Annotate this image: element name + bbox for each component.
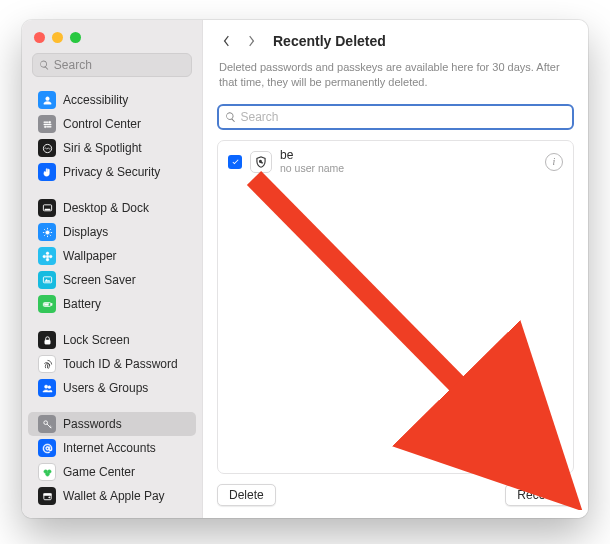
sidebar-item-siri-spotlight[interactable]: Siri & Spotlight (28, 136, 196, 160)
dock-icon (38, 199, 56, 217)
siri-icon (38, 139, 56, 157)
sidebar-item-label: Accessibility (63, 93, 128, 107)
sidebar-item-displays[interactable]: Displays (28, 220, 196, 244)
sidebar-item-desktop-dock[interactable]: Desktop & Dock (28, 196, 196, 220)
row-text: be no user name (280, 149, 537, 175)
svg-point-7 (46, 251, 49, 254)
sidebar-item-screen-saver[interactable]: Screen Saver (28, 268, 196, 292)
sidebar-item-label: Game Center (63, 465, 135, 479)
info-button[interactable]: i (545, 153, 563, 171)
sidebar-item-users-groups[interactable]: Users & Groups (28, 376, 196, 400)
checkmark-icon (231, 157, 240, 166)
sidebar-item-accessibility[interactable]: Accessibility (28, 88, 196, 112)
chevron-left-icon (221, 35, 231, 47)
svg-point-17 (47, 385, 50, 388)
close-window-button[interactable] (34, 32, 45, 43)
sidebar-item-label: Users & Groups (63, 381, 148, 395)
recover-button[interactable]: Recover (505, 484, 574, 506)
minimize-window-button[interactable] (52, 32, 63, 43)
wallet-icon (38, 487, 56, 505)
sidebar-item-label: Siri & Spotlight (63, 141, 142, 155)
delete-button[interactable]: Delete (217, 484, 276, 506)
password-row[interactable]: be no user name i (218, 141, 573, 183)
row-title: be (280, 149, 537, 163)
lock-icon (38, 331, 56, 349)
sidebar-item-passwords[interactable]: Passwords (28, 412, 196, 436)
fingerprint-icon (38, 355, 56, 373)
svg-point-9 (42, 255, 45, 258)
main-footer: Delete Recover (203, 474, 588, 518)
page-description: Deleted passwords and passkeys are avail… (203, 58, 588, 100)
svg-rect-4 (44, 208, 50, 209)
svg-rect-14 (44, 303, 48, 305)
flower-icon (38, 247, 56, 265)
svg-point-18 (43, 420, 47, 424)
gamecenter-icon (38, 463, 56, 481)
svg-point-1 (44, 125, 46, 127)
sidebar-item-wallet-apple-pay[interactable]: Wallet & Apple Pay (28, 484, 196, 508)
row-subtitle: no user name (280, 162, 537, 174)
back-button[interactable] (215, 30, 237, 52)
sidebar-item-label: Touch ID & Password (63, 357, 178, 371)
sidebar-item-label: Displays (63, 225, 108, 239)
content-search[interactable] (217, 104, 574, 130)
forward-button[interactable] (241, 30, 263, 52)
sidebar-item-internet-accounts[interactable]: Internet Accounts (28, 436, 196, 460)
svg-point-24 (48, 496, 49, 497)
svg-point-21 (45, 472, 49, 476)
settings-window: AccessibilityControl CenterSiri & Spotli… (22, 20, 588, 518)
sidebar-item-label: Battery (63, 297, 101, 311)
svg-rect-11 (43, 276, 51, 282)
sliders-icon (38, 115, 56, 133)
sidebar-item-label: Internet Accounts (63, 441, 156, 455)
sidebar-item-touch-id-password[interactable]: Touch ID & Password (28, 352, 196, 376)
svg-point-0 (48, 121, 50, 123)
sidebar-item-privacy-security[interactable]: Privacy & Security (28, 160, 196, 184)
hand-icon (38, 163, 56, 181)
svg-point-16 (44, 385, 47, 388)
sidebar-item-label: Privacy & Security (63, 165, 160, 179)
main-body: be no user name i (203, 100, 588, 474)
at-icon (38, 439, 56, 457)
sidebar-item-label: Wallpaper (63, 249, 117, 263)
svg-point-10 (49, 255, 52, 258)
svg-rect-13 (51, 303, 52, 305)
sidebar-item-lock-screen[interactable]: Lock Screen (28, 328, 196, 352)
svg-point-5 (45, 230, 49, 234)
row-checkbox[interactable] (228, 155, 242, 169)
page-title: Recently Deleted (273, 33, 386, 49)
sidebar-item-label: Wallet & Apple Pay (63, 489, 165, 503)
main-header: Recently Deleted (203, 20, 588, 58)
sidebar-item-label: Desktop & Dock (63, 201, 149, 215)
svg-rect-15 (44, 340, 50, 344)
svg-point-6 (46, 255, 49, 258)
sidebar-item-wallpaper[interactable]: Wallpaper (28, 244, 196, 268)
key-icon (38, 415, 56, 433)
chevron-right-icon (247, 35, 257, 47)
sidebar-search[interactable] (32, 53, 192, 77)
shield-key-icon (254, 155, 268, 169)
battery-icon (38, 295, 56, 313)
svg-point-8 (46, 258, 49, 261)
users-icon (38, 379, 56, 397)
search-icon (225, 111, 236, 123)
sidebar-item-battery[interactable]: Battery (28, 292, 196, 316)
zoom-window-button[interactable] (70, 32, 81, 43)
screensaver-icon (38, 271, 56, 289)
sidebar-item-control-center[interactable]: Control Center (28, 112, 196, 136)
person-icon (38, 91, 56, 109)
sidebar-item-label: Screen Saver (63, 273, 136, 287)
search-icon (39, 59, 50, 71)
sidebar-item-label: Lock Screen (63, 333, 130, 347)
site-icon (250, 151, 272, 173)
sidebar-search-input[interactable] (54, 58, 185, 72)
window-controls (22, 28, 202, 53)
sidebar-item-game-center[interactable]: Game Center (28, 460, 196, 484)
sidebar-item-label: Control Center (63, 117, 141, 131)
main-pane: Recently Deleted Deleted passwords and p… (202, 20, 588, 518)
svg-rect-23 (43, 493, 50, 495)
password-list: be no user name i (217, 140, 574, 474)
sun-icon (38, 223, 56, 241)
content-search-input[interactable] (240, 110, 566, 124)
sidebar: AccessibilityControl CenterSiri & Spotli… (22, 20, 202, 518)
